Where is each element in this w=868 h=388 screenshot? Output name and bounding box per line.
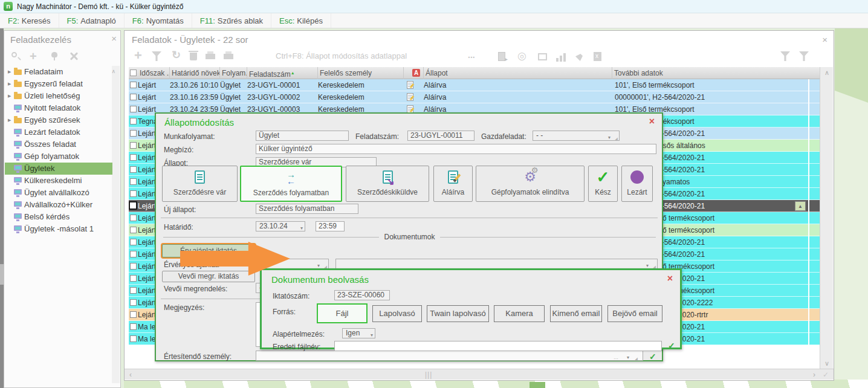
state-button[interactable]: ↘ →← ⚙⚙ ✓ Lezárt: [621, 166, 653, 202]
chevron-down-icon[interactable]: ▾: [608, 133, 611, 142]
dialog-close-icon[interactable]: ×: [667, 274, 673, 283]
confirm-check-icon[interactable]: ✓: [649, 352, 656, 361]
rectangle-icon[interactable]: [538, 53, 547, 60]
select-all-checkbox[interactable]: [130, 70, 137, 76]
col-tovabbi[interactable]: További adatok: [612, 67, 809, 79]
sidebar-item[interactable]: ▶ Alvállalkozó+Külker: [5, 199, 112, 211]
pin-icon[interactable]: [575, 54, 583, 61]
row-checkbox[interactable]: [130, 227, 137, 233]
menu-item[interactable]: F2: Keresés: [0, 13, 59, 28]
excel-icon[interactable]: [594, 52, 601, 61]
filter-ok-icon[interactable]: [780, 51, 790, 61]
expander-icon[interactable]: ▶: [8, 90, 11, 102]
register-order-button[interactable]: Vevői megr. iktatás: [162, 271, 255, 282]
search-icon[interactable]: [10, 51, 21, 62]
row-checkbox[interactable]: [130, 299, 137, 306]
vertical-scrollbar[interactable]: ∧ ∨: [820, 67, 833, 369]
state-button[interactable]: ↘ →← ⚙⚙ ✓ Gépfolyamatok elindítva: [476, 166, 585, 202]
sidebar-item[interactable]: ▶ Lezárt feladatok: [5, 126, 112, 138]
expander-icon[interactable]: ▶: [8, 66, 11, 78]
add-row-icon[interactable]: +: [134, 48, 142, 63]
filter-clear-icon[interactable]: [799, 51, 809, 61]
panel-close-icon[interactable]: ×: [822, 34, 828, 45]
row-checkbox[interactable]: [130, 106, 137, 112]
col-a-badge[interactable]: A: [404, 67, 424, 79]
scroll-down-icon[interactable]: ∨: [820, 360, 834, 367]
original-filename-field[interactable]: [334, 341, 662, 351]
col-felelos[interactable]: Felelős személy: [318, 67, 404, 79]
sidebar-item[interactable]: ▶ Üzleti lehetőség: [5, 90, 112, 102]
state-button[interactable]: ↘ →← ⚙⚙ ✓ Aláírva: [433, 166, 473, 202]
col-hatarido[interactable]: Határidő növekvő: [170, 67, 220, 79]
row-checkbox[interactable]: [130, 166, 137, 173]
default-combo[interactable]: Igen▾: [342, 328, 375, 338]
sidebar-item[interactable]: ▶ Egyszerű feladat: [5, 78, 112, 90]
row-checkbox[interactable]: [130, 323, 137, 330]
chevron-down-icon[interactable]: ▾: [300, 224, 303, 233]
scroll-right-icon[interactable]: ›: [813, 370, 815, 379]
row-checkbox[interactable]: [130, 239, 137, 245]
sidebar-item[interactable]: ▶ Ügyletek: [5, 163, 112, 175]
tree-icon[interactable]: [49, 51, 60, 62]
source-button[interactable]: Bejövő email: [607, 305, 662, 322]
dialog-close-icon[interactable]: ×: [649, 117, 655, 126]
menu-item[interactable]: F5: Adatnapló: [59, 13, 125, 28]
print-check-icon[interactable]: [206, 54, 215, 59]
col-folyamat[interactable]: Folyam...: [220, 67, 247, 79]
row-checkbox[interactable]: [130, 82, 137, 88]
source-button[interactable]: Twain lapolvasó: [427, 305, 489, 322]
document-icon[interactable]: [407, 81, 413, 89]
chevron-down-icon[interactable]: ▾: [371, 331, 373, 340]
trash-icon[interactable]: [190, 53, 197, 60]
confirm-check-icon[interactable]: ✓: [668, 341, 675, 351]
row-checkbox[interactable]: [130, 154, 137, 161]
chevron-down-icon[interactable]: ▾: [627, 353, 629, 362]
offer-document-combo[interactable]: ▾◢: [335, 259, 658, 269]
state-button[interactable]: ↘ →← ⚙⚙ ✓ Szerződés folyamatban: [240, 166, 342, 202]
sidebar-item[interactable]: ▶ Gép folyamatok: [5, 150, 112, 163]
notify-person-combo[interactable]: …▾◢: [256, 351, 643, 361]
horizontal-scrollbar[interactable]: ‹ ||| › ✓: [125, 369, 834, 380]
menu-item[interactable]: F11: Szűrés ablak: [192, 13, 271, 28]
row-checkbox[interactable]: [130, 190, 137, 197]
col-idoszak[interactable]: Időszak ...: [138, 67, 170, 79]
menu-item[interactable]: F6: Nyomtatás: [125, 13, 192, 28]
state-button[interactable]: ↘ →← ⚙⚙ ✓ Szerződésre vár: [162, 166, 238, 202]
sidebar-item[interactable]: ▶ Ügylet alvállalkozó: [5, 187, 112, 199]
source-button[interactable]: Kamera: [494, 305, 545, 322]
row-checkbox[interactable]: [130, 263, 137, 270]
row-checkbox[interactable]: [130, 215, 137, 221]
source-button[interactable]: Kimenő email: [550, 305, 602, 322]
sidebar-close-icon[interactable]: ×: [111, 34, 117, 43]
state-button[interactable]: ↘ →← ⚙⚙ ✓ Szerződéskiküldve: [346, 166, 429, 202]
scrollbar-grip[interactable]: |||: [425, 370, 432, 379]
refresh-icon[interactable]: ↻: [172, 48, 181, 62]
table-row[interactable]: Lejárt 23.10.16 23:59 Ügylet 23-UGYL-000…: [129, 91, 820, 103]
state-button[interactable]: ↘ →← ⚙⚙ ✓ Kész: [588, 166, 618, 202]
ellipsis-icon[interactable]: …: [614, 353, 618, 362]
row-checkbox[interactable]: [129, 201, 137, 210]
sidebar-item[interactable]: ▶ Ügyletek -másolat 1: [5, 223, 112, 235]
scroll-up-icon[interactable]: ∧: [820, 69, 834, 77]
add-icon[interactable]: +: [30, 51, 40, 62]
sidebar-item[interactable]: ▶ Külkereskedelmi: [5, 175, 112, 187]
expander-icon[interactable]: ▶: [8, 114, 11, 126]
row-checkbox[interactable]: [130, 251, 137, 257]
row-checkbox[interactable]: [130, 142, 137, 149]
filter-icon[interactable]: [152, 51, 161, 61]
tools-icon[interactable]: [68, 51, 79, 62]
sidebar-item[interactable]: ▶ Belső kérdés: [5, 211, 112, 223]
row-checkbox[interactable]: [130, 118, 137, 124]
table-row[interactable]: Lejárt 23.10.26 10:10 Ügylet 23-UGYL-000…: [129, 79, 820, 91]
row-checkbox[interactable]: [130, 311, 137, 318]
export-doc-icon[interactable]: [498, 52, 505, 61]
menu-item[interactable]: Esc: Kilépés: [271, 13, 331, 28]
more-icon[interactable]: ...: [468, 50, 475, 60]
row-checkbox[interactable]: [130, 178, 137, 185]
row-checkbox[interactable]: [130, 275, 137, 282]
sidebar-scrollbar[interactable]: [112, 66, 120, 383]
print-icon[interactable]: [224, 54, 233, 59]
scroll-left-icon[interactable]: ‹: [129, 370, 132, 379]
deadline-date-combo[interactable]: 23.10.24▾: [256, 221, 305, 231]
sidebar-item[interactable]: ▶ Összes feladat: [5, 138, 112, 150]
